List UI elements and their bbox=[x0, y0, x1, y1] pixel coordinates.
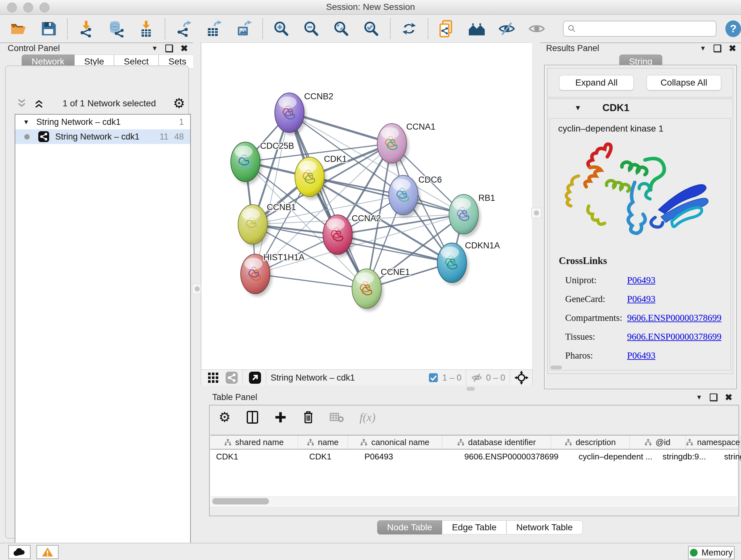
table-cell[interactable]: 9606.ENSP00000378699 bbox=[459, 449, 573, 463]
tab-node-table[interactable]: Node Table bbox=[377, 520, 442, 535]
horizontal-splitter-handle[interactable] bbox=[467, 387, 475, 391]
network-node-cdkn1a[interactable] bbox=[437, 243, 469, 286]
table-cell[interactable]: P06493 bbox=[359, 449, 459, 463]
results-scrollbar-thumb[interactable] bbox=[550, 366, 562, 369]
panel-menu-icon[interactable]: ▼ bbox=[696, 394, 702, 401]
save-session-icon[interactable] bbox=[40, 20, 57, 38]
network-node-ccnb2[interactable] bbox=[275, 93, 307, 135]
memory-button[interactable]: Memory bbox=[688, 546, 735, 559]
close-panel-icon[interactable]: ✖ bbox=[725, 392, 732, 402]
tab-edge-table[interactable]: Edge Table bbox=[442, 520, 507, 535]
expander-icon[interactable]: ▼ bbox=[23, 118, 29, 126]
node-table[interactable]: shared namenamecanonical namedatabase id… bbox=[210, 435, 738, 506]
table-toolbar: ⚙ f(x) bbox=[210, 406, 738, 429]
collapse-all-icon[interactable] bbox=[15, 98, 28, 109]
node-label-rb1: RB1 bbox=[478, 193, 495, 203]
import-network-database-icon[interactable] bbox=[107, 20, 125, 38]
crosslink-link[interactable]: 9606.ENSP00000378699 bbox=[627, 313, 722, 323]
zoom-fit-icon[interactable] bbox=[333, 20, 350, 38]
table-cell[interactable]: stringdb bbox=[718, 449, 741, 463]
network-row-selected[interactable]: String Network – cdk1 11 48 bbox=[15, 129, 190, 144]
network-canvas[interactable]: CCNB2CCNA1CDC25BCDK1CDC6RB1CCNB1CCNA2CDK… bbox=[201, 43, 533, 370]
column-header-database-identifier[interactable]: database identifier bbox=[442, 435, 551, 449]
hidden-eye-icon[interactable] bbox=[471, 372, 483, 383]
right-splitter[interactable] bbox=[532, 43, 540, 392]
float-panel-icon[interactable]: ❑ bbox=[165, 45, 174, 52]
create-column-icon[interactable] bbox=[274, 411, 287, 424]
zoom-in-icon[interactable] bbox=[273, 20, 290, 38]
collapse-all-button[interactable]: Collapse All bbox=[647, 75, 721, 90]
close-panel-icon[interactable]: ✖ bbox=[729, 43, 736, 54]
column-header-canonical-name[interactable]: canonical name bbox=[348, 435, 442, 449]
import-network-file-icon[interactable] bbox=[77, 20, 95, 38]
show-columns-icon[interactable] bbox=[246, 410, 259, 424]
column-header-name[interactable]: name bbox=[298, 435, 348, 449]
selected-checkbox-icon[interactable] bbox=[428, 373, 439, 383]
clone-network-icon[interactable] bbox=[438, 20, 456, 38]
table-options-gear-icon[interactable]: ⚙ bbox=[219, 411, 231, 424]
panel-menu-icon[interactable]: ▼ bbox=[151, 45, 158, 52]
crosslink-link[interactable]: 9606.ENSP00000378699 bbox=[627, 331, 722, 342]
network-node-cdc6[interactable] bbox=[389, 175, 420, 218]
crosslink-link[interactable]: P06493 bbox=[627, 275, 656, 286]
network-edge[interactable] bbox=[289, 113, 367, 289]
tab-network-table[interactable]: Network Table bbox=[507, 520, 583, 535]
export-image-icon[interactable] bbox=[235, 20, 253, 38]
column-header-label: name bbox=[318, 437, 339, 447]
table-cell[interactable]: stringdb:9... bbox=[657, 449, 718, 463]
float-panel-icon[interactable]: ❑ bbox=[710, 394, 718, 401]
network-options-gear-icon[interactable]: ⚙ bbox=[173, 97, 185, 110]
grid-view-icon[interactable] bbox=[207, 371, 219, 384]
hide-selected-icon[interactable] bbox=[498, 20, 516, 38]
network-edge[interactable] bbox=[255, 113, 289, 274]
section-expander-icon[interactable]: ▼ bbox=[575, 104, 582, 112]
search-input[interactable] bbox=[576, 23, 712, 34]
edge-count: 48 bbox=[174, 132, 184, 142]
network-node-rb1[interactable] bbox=[449, 194, 481, 237]
table-cell[interactable]: CDK1 bbox=[210, 449, 304, 463]
cloud-status-button[interactable] bbox=[8, 545, 30, 559]
column-header--id[interactable]: @id bbox=[630, 435, 686, 449]
crosslink-link[interactable]: P06493 bbox=[627, 294, 656, 304]
table-cell[interactable]: CDK1 bbox=[304, 449, 359, 463]
first-neighbors-icon[interactable] bbox=[468, 20, 486, 38]
column-header-description[interactable]: description bbox=[551, 435, 630, 449]
show-all-icon[interactable] bbox=[528, 20, 546, 38]
network-node-ccna2[interactable] bbox=[323, 215, 354, 257]
expand-all-icon[interactable] bbox=[32, 98, 45, 109]
network-node-ccne1[interactable] bbox=[352, 269, 384, 311]
help-icon[interactable]: ? bbox=[725, 20, 741, 37]
export-network-icon[interactable] bbox=[175, 20, 193, 38]
detach-view-icon[interactable] bbox=[249, 371, 261, 384]
close-panel-icon[interactable]: ✖ bbox=[181, 43, 188, 54]
table-scrollbar-thumb[interactable] bbox=[212, 498, 269, 504]
node-section-header[interactable]: ▼ CDK1 bbox=[548, 99, 733, 117]
hierarchy-icon bbox=[645, 439, 652, 446]
float-panel-icon[interactable]: ❑ bbox=[713, 45, 722, 52]
open-session-icon[interactable] bbox=[10, 20, 27, 38]
crosslink-link[interactable]: P06493 bbox=[627, 350, 656, 361]
zoom-selected-icon[interactable] bbox=[362, 20, 381, 38]
network-node-cdk1[interactable] bbox=[295, 157, 327, 199]
network-node-ccnb1[interactable] bbox=[238, 205, 270, 247]
table-horizontal-scrollbar[interactable] bbox=[211, 496, 737, 506]
table-cell[interactable]: cyclin–dependent ... bbox=[573, 449, 657, 463]
column-header-namespace[interactable]: namespace bbox=[686, 435, 741, 449]
export-table-icon[interactable] bbox=[205, 20, 223, 38]
panel-menu-icon[interactable]: ▼ bbox=[700, 45, 706, 52]
current-network-dot-icon bbox=[24, 134, 30, 139]
left-splitter[interactable] bbox=[193, 43, 201, 392]
network-collection-row[interactable]: ▼ String Network – cdk1 1 bbox=[15, 115, 190, 129]
expand-all-button[interactable]: Expand All bbox=[559, 75, 634, 90]
table-row[interactable]: CDK1CDK1P064939606.ENSP00000378699cyclin… bbox=[210, 449, 738, 463]
column-header-shared-name[interactable]: shared name bbox=[210, 435, 298, 449]
birds-eye-toggle-icon[interactable] bbox=[515, 371, 529, 385]
network-view-icon[interactable] bbox=[225, 371, 238, 384]
warnings-button[interactable] bbox=[37, 545, 59, 559]
delete-column-icon[interactable] bbox=[302, 410, 314, 424]
refresh-layout-icon[interactable] bbox=[400, 20, 418, 38]
cloud-icon bbox=[13, 548, 26, 557]
zoom-out-icon[interactable] bbox=[302, 20, 320, 38]
import-table-file-icon[interactable] bbox=[137, 20, 155, 38]
search-box[interactable] bbox=[563, 21, 717, 37]
